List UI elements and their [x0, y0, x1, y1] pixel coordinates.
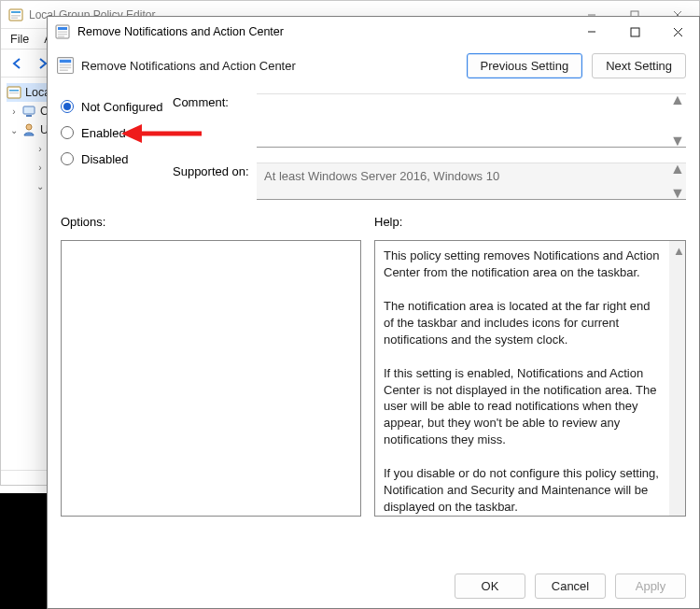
svg-rect-2: [11, 15, 21, 17]
svg-rect-10: [9, 92, 19, 93]
cancel-button[interactable]: Cancel: [535, 574, 606, 599]
comment-textarea[interactable]: [257, 93, 686, 148]
dialog-maximize-button[interactable]: [613, 17, 656, 47]
ok-button[interactable]: OK: [455, 574, 525, 599]
svg-rect-17: [58, 34, 67, 35]
dialog-header: Remove Notifications and Action Center P…: [48, 47, 699, 84]
dialog-minimize-button[interactable]: [570, 17, 613, 47]
computer-icon: [21, 104, 36, 119]
radio-icon: [61, 100, 74, 113]
svg-rect-15: [58, 27, 67, 30]
svg-rect-24: [60, 60, 71, 63]
dialog-close-button[interactable]: [656, 17, 699, 47]
radio-icon: [61, 126, 74, 139]
dialog-footer: OK Cancel Apply: [48, 563, 699, 608]
svg-rect-9: [9, 90, 19, 92]
gpedit-icon: [8, 7, 23, 22]
svg-rect-1: [11, 11, 21, 13]
svg-rect-11: [23, 106, 35, 114]
dialog-title-text: Remove Notifications and Action Center: [77, 25, 570, 38]
svg-rect-27: [60, 70, 68, 71]
scroll-down-icon[interactable]: ▼: [673, 189, 682, 198]
next-setting-button[interactable]: Next Setting: [592, 53, 686, 78]
comment-label: Comment:: [173, 93, 257, 109]
options-pane: [61, 240, 361, 517]
dialog-heading: Remove Notifications and Action Center: [81, 59, 467, 73]
scroll-up-icon[interactable]: ▲: [673, 95, 682, 105]
collapse-icon[interactable]: ⌄: [7, 125, 21, 135]
help-label: Help:: [374, 215, 402, 229]
dialog-titlebar[interactable]: Remove Notifications and Action Center: [48, 17, 699, 47]
supported-on-box: At least Windows Server 2016, Windows 10: [257, 163, 686, 200]
supported-label: Supported on:: [173, 163, 257, 178]
expand-icon[interactable]: ›: [7, 106, 21, 117]
options-label: Options:: [61, 215, 374, 229]
svg-rect-12: [26, 115, 32, 117]
scroll-down-icon[interactable]: ▼: [673, 136, 682, 146]
svg-rect-3: [11, 17, 18, 19]
apply-button[interactable]: Apply: [615, 574, 686, 599]
svg-point-13: [26, 124, 32, 130]
policy-dialog: Remove Notifications and Action Center R…: [47, 16, 700, 609]
radio-not-configured[interactable]: Not Configured: [61, 93, 173, 120]
help-scrollbar[interactable]: ▲: [669, 241, 685, 516]
policy-icon: [7, 85, 21, 100]
svg-rect-20: [631, 28, 639, 36]
policy-item-icon: [55, 24, 70, 39]
radio-enabled[interactable]: Enabled: [61, 120, 173, 146]
previous-setting-button[interactable]: Previous Setting: [467, 53, 583, 78]
radio-disabled[interactable]: Disabled: [61, 146, 173, 172]
radio-icon: [61, 152, 74, 165]
svg-rect-16: [58, 32, 67, 33]
scroll-up-icon[interactable]: ▲: [673, 164, 682, 174]
user-icon: [21, 122, 36, 137]
svg-rect-26: [60, 67, 71, 68]
policy-item-icon: [57, 57, 74, 74]
svg-rect-18: [58, 36, 64, 37]
back-icon[interactable]: [8, 54, 27, 73]
menu-file[interactable]: File: [10, 33, 29, 46]
state-radio-group: Not Configured Enabled Disabled: [61, 84, 173, 200]
help-pane: This policy setting removes Notification…: [374, 240, 686, 517]
svg-rect-25: [60, 64, 71, 65]
